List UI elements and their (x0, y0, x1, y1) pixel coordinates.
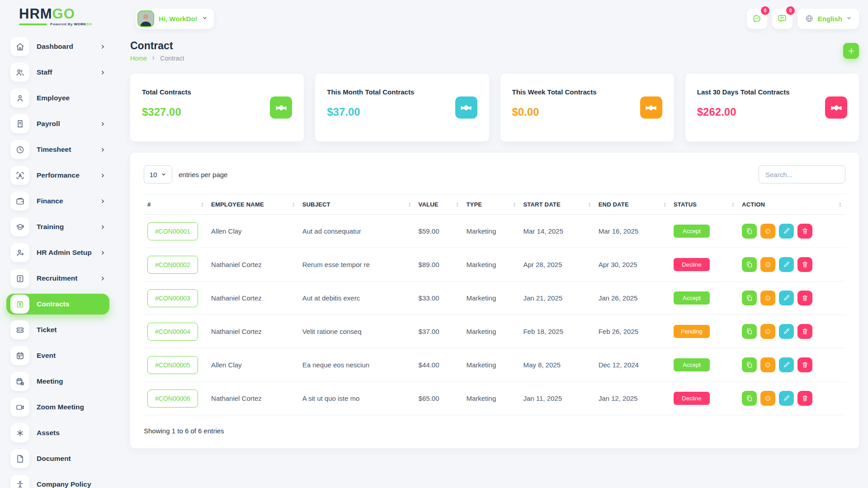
add-contract-button[interactable] (843, 43, 859, 59)
sidebar-item-dashboard[interactable]: Dashboard (6, 36, 109, 57)
sidebar-item-label: Ticket (37, 326, 57, 334)
actions-cell (738, 282, 845, 315)
delete-icon (801, 394, 809, 402)
breadcrumb-home-link[interactable]: Home (130, 55, 147, 62)
sort-icons: ▲▼ (408, 202, 411, 207)
sidebar-item-zoom-meeting[interactable]: Zoom Meeting (6, 397, 109, 418)
edit-button[interactable] (779, 224, 794, 239)
sidebar-item-payroll[interactable]: Payroll (6, 113, 109, 134)
stat-card-this-week-total-contracts: This Week Total Contracts$0.00 (500, 74, 674, 141)
language-selector[interactable]: English (797, 9, 859, 29)
status-badge[interactable]: Accept (674, 358, 710, 371)
handshake-icon (270, 97, 292, 119)
sidebar-item-event[interactable]: Event (6, 345, 109, 366)
status-badge[interactable]: Pending (674, 325, 710, 338)
sort-icons: ▲▼ (588, 202, 591, 207)
assets-icon (15, 428, 25, 438)
entries-per-page-select[interactable]: 10 (144, 165, 172, 183)
copy-button[interactable] (742, 391, 757, 406)
sidebar-item-recruitment[interactable]: Recruitment (6, 268, 109, 289)
hr-admin-icon (10, 243, 29, 262)
copy-button[interactable] (742, 357, 757, 372)
status-badge[interactable]: Decline (674, 258, 710, 271)
sidebar-item-document[interactable]: Document (6, 448, 109, 469)
column-header-status[interactable]: STATUS▲▼ (670, 195, 738, 215)
copy-button[interactable] (742, 224, 757, 239)
sidebar-item-finance[interactable]: Finance (6, 191, 109, 211)
sidebar-item-meeting[interactable]: Meeting (6, 371, 109, 392)
search-input[interactable] (759, 165, 845, 183)
delete-button[interactable] (797, 324, 812, 339)
column-header-end-date[interactable]: END DATE▲▼ (595, 195, 670, 215)
status-badge[interactable]: Decline (674, 392, 710, 405)
handshake-icon (825, 97, 847, 119)
sidebar-item-timesheet[interactable]: Timesheet (6, 139, 109, 160)
contract-id-button[interactable]: #CON00006 (147, 389, 198, 408)
page-title: Contract (130, 40, 184, 52)
sort-icons: ▲▼ (663, 202, 666, 207)
sidebar-item-employee[interactable]: Employee (6, 88, 109, 108)
contract-id-button[interactable]: #CON00001 (147, 222, 198, 240)
chevron-right-icon (151, 55, 156, 62)
column-header-start-date[interactable]: START DATE▲▼ (519, 195, 594, 215)
column-header--[interactable]: #▲▼ (144, 195, 208, 215)
handshake-icon (640, 97, 662, 119)
view-button[interactable] (760, 291, 775, 305)
sidebar-item-hr-admin-setup[interactable]: HR Admin Setup (6, 242, 109, 263)
sidebar-item-ticket[interactable]: Ticket (6, 319, 109, 340)
edit-button[interactable] (779, 257, 794, 272)
edit-button[interactable] (779, 391, 794, 406)
copy-button[interactable] (742, 257, 757, 272)
start-date-cell: Mar 14, 2025 (519, 215, 594, 248)
payroll-icon (10, 114, 29, 133)
chat-button[interactable]: 0 (747, 9, 767, 29)
contract-id-button[interactable]: #CON00003 (147, 289, 198, 307)
edit-icon (783, 261, 790, 268)
edit-button[interactable] (779, 291, 794, 305)
brand-logo[interactable]: HRMGO Powered By WORKDO (0, 0, 118, 26)
view-button[interactable] (760, 324, 775, 339)
view-button[interactable] (760, 224, 775, 239)
view-button[interactable] (760, 257, 775, 272)
column-header-subject[interactable]: SUBJECT▲▼ (299, 195, 415, 215)
sidebar-item-staff[interactable]: Staff (6, 62, 109, 83)
sidebar-item-company-policy[interactable]: Company Policy (6, 474, 109, 488)
copy-button[interactable] (742, 324, 757, 339)
recruitment-icon (10, 269, 29, 288)
sidebar-item-training[interactable]: Training (6, 216, 109, 237)
delete-button[interactable] (797, 224, 812, 239)
stat-label: This Month Total Contracts (327, 88, 477, 96)
inbox-button[interactable]: 0 (772, 9, 793, 29)
view-button[interactable] (760, 391, 775, 406)
status-badge[interactable]: Accept (674, 291, 710, 305)
sidebar-item-contracts[interactable]: Contracts (6, 294, 109, 314)
column-header-type[interactable]: TYPE▲▼ (462, 195, 519, 215)
sidebar-item-assets[interactable]: Assets (6, 422, 109, 443)
sidebar-item-label: Finance (37, 197, 63, 205)
column-header-action[interactable]: ACTION▲▼ (738, 195, 845, 215)
contract-id-button[interactable]: #CON00004 (147, 323, 198, 341)
edit-button[interactable] (779, 324, 794, 339)
delete-button[interactable] (797, 391, 812, 406)
delete-button[interactable] (797, 357, 812, 372)
contract-id-button[interactable]: #CON00002 (147, 256, 198, 274)
view-button[interactable] (760, 357, 775, 372)
sidebar-item-performance[interactable]: Performance (6, 165, 109, 186)
copy-button[interactable] (742, 291, 757, 305)
user-menu[interactable]: Hi, WorkDo! (136, 9, 214, 29)
delete-icon (801, 361, 809, 369)
zoom-meeting-icon (10, 398, 29, 417)
timesheet-icon (10, 140, 29, 159)
delete-button[interactable] (797, 291, 812, 305)
column-header-employee-name[interactable]: EMPLOYEE NAME▲▼ (208, 195, 299, 215)
column-header-value[interactable]: VALUE▲▼ (415, 195, 463, 215)
sidebar-item-label: Zoom Meeting (37, 403, 84, 411)
contract-id-button[interactable]: #CON00005 (147, 356, 198, 374)
document-icon (10, 449, 29, 468)
end-date-cell: Jan 26, 2025 (595, 282, 670, 315)
sort-icons: ▲▼ (839, 202, 842, 207)
edit-button[interactable] (779, 357, 794, 372)
delete-button[interactable] (797, 257, 812, 272)
status-badge[interactable]: Accept (674, 225, 710, 238)
employee-name-cell: Nathaniel Cortez (208, 282, 299, 315)
